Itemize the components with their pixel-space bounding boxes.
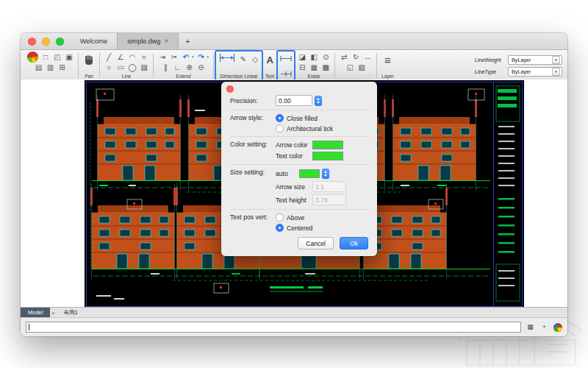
layer-icon[interactable]: ≡ bbox=[384, 52, 391, 68]
radio-architectural-tick[interactable] bbox=[276, 124, 284, 132]
arrow-size-field[interactable]: 2.1 bbox=[312, 181, 346, 192]
zoom-in-icon[interactable]: ⊕ bbox=[185, 63, 194, 72]
dialog-close-button[interactable] bbox=[226, 85, 234, 93]
print-icon[interactable]: ▤ bbox=[35, 63, 43, 72]
paint-icon[interactable]: ◧ bbox=[309, 52, 318, 62]
lineweight-dropdown-arrow-icon[interactable]: ▾ bbox=[552, 56, 560, 64]
snap-icon[interactable]: ▩ bbox=[321, 63, 330, 72]
arrow-color-swatch[interactable] bbox=[312, 141, 343, 149]
move-icon[interactable]: ↔ bbox=[363, 52, 372, 62]
dimension-settings-dialog: Precision: 0.00 Arrow style: Close fille… bbox=[221, 82, 377, 256]
dimension-style-icon[interactable]: ◇ bbox=[251, 54, 259, 64]
linetype-dropdown-arrow-icon[interactable]: ▾ bbox=[552, 68, 560, 76]
new-tab-button[interactable]: + bbox=[179, 33, 196, 49]
redo-dropdown-icon[interactable]: ▾ bbox=[207, 54, 209, 59]
tab-close-icon[interactable]: ✕ bbox=[164, 38, 168, 44]
plot-icon[interactable]: ▥ bbox=[46, 63, 55, 72]
dimension-edit-icon[interactable]: ✎ bbox=[239, 54, 248, 64]
erase-label: Erase bbox=[308, 74, 320, 79]
command-input[interactable] bbox=[26, 322, 521, 333]
polyline-icon[interactable]: ∠ bbox=[116, 52, 125, 62]
dim-continue-icon[interactable] bbox=[280, 67, 292, 80]
line-label: Line bbox=[122, 74, 131, 79]
arrow-size-label: Arrow size bbox=[276, 183, 312, 191]
corner-icon[interactable]: ∟ bbox=[173, 63, 182, 72]
radio-close-filled[interactable] bbox=[276, 114, 284, 122]
titlebar: Welcome simple.dwg ✕ + bbox=[21, 33, 567, 50]
app-window: Welcome simple.dwg ✕ + □ ◰ ▣ ▤ ▥ ⊞ bbox=[21, 33, 567, 336]
mirror-icon[interactable]: ⇄ bbox=[340, 52, 348, 62]
print-preview-icon[interactable]: ⊞ bbox=[58, 63, 67, 72]
tab-model[interactable]: Model bbox=[21, 308, 50, 317]
zoom-window-button[interactable] bbox=[56, 38, 64, 46]
command-bar: ▦ + bbox=[21, 318, 567, 336]
save-icon[interactable]: ▣ bbox=[65, 52, 74, 62]
spline-icon[interactable]: ≈ bbox=[140, 52, 148, 62]
linetype-dropdown[interactable]: ByLayer ▾ bbox=[508, 67, 562, 77]
text-group: A Text bbox=[262, 51, 277, 80]
rotate-icon[interactable]: ↻ bbox=[351, 52, 360, 62]
ok-button[interactable]: Ok bbox=[340, 237, 368, 250]
radio-above[interactable] bbox=[276, 213, 284, 222]
pan-icon[interactable] bbox=[83, 52, 95, 68]
trim-icon[interactable]: ✂ bbox=[170, 52, 179, 62]
grid-toggle-icon[interactable]: ▦ bbox=[526, 322, 535, 332]
size-mode-stepper[interactable] bbox=[322, 169, 329, 179]
above-label: Above bbox=[287, 214, 304, 222]
tab-layout1[interactable]: 布局1 bbox=[57, 308, 84, 317]
text-icon[interactable]: A bbox=[266, 52, 273, 68]
tab-drawing[interactable]: simple.dwg ✕ bbox=[117, 33, 179, 49]
precision-label: Precision: bbox=[230, 97, 276, 105]
arc-icon[interactable]: ◠ bbox=[128, 52, 137, 62]
zoom-extents-icon[interactable]: ⊙ bbox=[321, 52, 330, 62]
offset-icon[interactable]: ∥ bbox=[162, 63, 171, 72]
dimension-group: ✎ ◇ Dimension Linear bbox=[215, 51, 262, 80]
hatch-icon[interactable]: ▨ bbox=[140, 63, 148, 72]
radio-centered[interactable] bbox=[276, 224, 284, 232]
dialog-titlebar bbox=[221, 82, 377, 93]
close-window-button[interactable] bbox=[28, 38, 36, 46]
undo-dropdown-icon[interactable]: ▾ bbox=[192, 54, 194, 59]
zoom-out-icon[interactable]: ⊖ bbox=[197, 63, 206, 72]
dimension-label: Dimension Linear bbox=[220, 74, 257, 79]
color-wheel-icon[interactable] bbox=[553, 323, 562, 332]
precision-field[interactable]: 0.00 bbox=[276, 95, 312, 106]
grid-icon[interactable]: ▦ bbox=[309, 63, 318, 72]
dim-baseline-icon[interactable] bbox=[280, 52, 292, 65]
crosshair-add-icon[interactable]: + bbox=[539, 322, 549, 332]
dimension-linear-icon[interactable] bbox=[218, 52, 236, 66]
precision-stepper[interactable] bbox=[315, 96, 322, 106]
file-toolbar-group: □ ◰ ▣ ▤ ▥ ⊞ bbox=[24, 51, 76, 80]
rectangle-icon[interactable]: ▭ bbox=[116, 63, 125, 72]
undo-icon[interactable]: ↶ bbox=[182, 52, 190, 62]
redo-icon[interactable]: ↷ bbox=[197, 52, 206, 62]
match-properties-icon[interactable]: ⊟ bbox=[298, 63, 306, 72]
dimension-align-group bbox=[277, 51, 295, 80]
extend-icon[interactable]: ⇥ bbox=[158, 52, 167, 62]
architectural-tick-label: Architectural tick bbox=[287, 125, 333, 132]
text-color-swatch[interactable] bbox=[312, 152, 343, 160]
layout-separator-icon: ▸ bbox=[50, 308, 57, 317]
lineweight-dropdown[interactable]: ByLayer ▾ bbox=[508, 55, 562, 65]
array-icon[interactable]: ▧ bbox=[357, 63, 366, 72]
line-icon[interactable]: ╱ bbox=[104, 52, 113, 62]
app-logo-icon bbox=[27, 52, 38, 63]
ellipse-icon[interactable]: ◯ bbox=[128, 63, 137, 72]
erase-group: ◪ ◧ ⊙ ⊟ ▦ ▩ Erase bbox=[295, 51, 333, 80]
circle-icon[interactable]: ○ bbox=[104, 63, 113, 72]
pan-label: Pan bbox=[85, 74, 93, 79]
size-mode-swatch[interactable] bbox=[299, 169, 320, 178]
linetype-value: ByLayer bbox=[512, 68, 531, 75]
text-height-field[interactable]: 3.78 bbox=[312, 194, 346, 205]
text-color-label: Text color bbox=[276, 152, 312, 160]
centered-label: Centered bbox=[287, 224, 312, 232]
text-pos-label: Text pos vert: bbox=[230, 213, 276, 221]
new-file-icon[interactable]: □ bbox=[41, 52, 50, 62]
open-file-icon[interactable]: ◰ bbox=[53, 52, 62, 62]
scale-icon[interactable]: ◱ bbox=[345, 63, 354, 72]
cancel-button[interactable]: Cancel bbox=[298, 237, 334, 250]
erase-icon[interactable]: ◪ bbox=[298, 52, 306, 62]
minimize-window-button[interactable] bbox=[42, 38, 50, 46]
text-label: Text bbox=[265, 74, 274, 79]
tab-welcome[interactable]: Welcome bbox=[71, 33, 117, 49]
